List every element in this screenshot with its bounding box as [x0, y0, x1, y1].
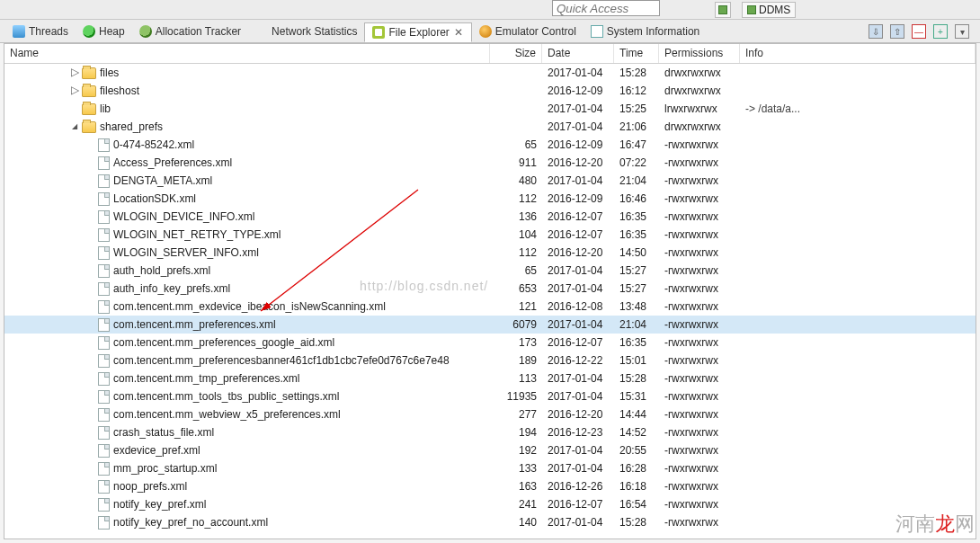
item-date: 2016-12-09	[542, 192, 614, 205]
file-row[interactable]: LocationSDK.xml1122016-12-0916:46-rwxrwx…	[4, 190, 976, 208]
file-row[interactable]: exdevice_pref.xml1922017-01-0420:55-rwxr…	[4, 441, 976, 459]
col-time[interactable]: Time	[614, 44, 659, 63]
file-row[interactable]: com.tencent.mm_tools_tbs_public_settings…	[4, 387, 976, 405]
tab-alloc[interactable]: Allocation Tracker	[132, 22, 248, 40]
item-date: 2016-12-07	[542, 228, 614, 241]
item-time: 16:47	[614, 138, 659, 151]
view-toolbar: ⇩ ⇧ — + ▾	[869, 22, 969, 41]
item-name: noop_prefs.xml	[113, 480, 187, 493]
item-time: 16:28	[614, 462, 659, 475]
item-name: com.tencent.mm_exdevice_ibeacon_isNewSca…	[113, 300, 386, 313]
net-icon	[255, 25, 268, 38]
item-time: 15:28	[614, 372, 659, 385]
item-date: 2016-12-09	[542, 85, 614, 97]
item-date: 2017-01-04	[542, 174, 614, 187]
tab-net[interactable]: Network Statistics	[248, 22, 364, 40]
file-row[interactable]: auth_hold_prefs.xml652017-01-0415:27-rwx…	[4, 262, 976, 280]
file-row[interactable]: auth_info_key_prefs.xml6532017-01-0415:2…	[4, 280, 976, 298]
tab-heap[interactable]: Heap	[76, 22, 132, 40]
threads-icon	[13, 25, 25, 38]
file-row[interactable]: WLOGIN_SERVER_INFO.xml1122016-12-2014:50…	[4, 244, 976, 262]
item-size: 112	[490, 192, 542, 205]
folder-row[interactable]: fileshost2016-12-0916:12drwxrwxrwx	[4, 82, 976, 100]
view-menu-button[interactable]: ▾	[955, 24, 969, 39]
col-info[interactable]: Info	[740, 44, 976, 63]
expander-icon[interactable]	[69, 120, 80, 131]
item-size: 136	[490, 210, 542, 223]
col-date[interactable]: Date	[542, 44, 614, 63]
file-row[interactable]: WLOGIN_DEVICE_INFO.xml1362016-12-0716:35…	[4, 208, 976, 226]
file-row[interactable]: notify_key_pref.xml2412016-12-0716:54-rw…	[4, 495, 976, 513]
item-name: com.tencent.mm_webview_x5_preferences.xm…	[113, 408, 341, 421]
tab-file[interactable]: File Explorer✕	[364, 22, 471, 42]
item-size: 121	[490, 300, 542, 313]
file-icon	[98, 390, 110, 404]
expander-icon[interactable]	[69, 67, 80, 77]
item-size: 140	[490, 516, 542, 529]
item-time: 16:18	[614, 480, 659, 493]
file-tree[interactable]: files2017-01-0415:28drwxrwxrwxfileshost2…	[4, 64, 976, 539]
file-row[interactable]: com.tencent.mm_preferences.xml60792017-0…	[4, 316, 976, 334]
file-icon	[98, 480, 110, 494]
tab-label: Threads	[29, 25, 68, 38]
file-row[interactable]: WLOGIN_NET_RETRY_TYPE.xml1042016-12-0716…	[4, 226, 976, 244]
file-row[interactable]: 0-474-85242.xml652016-12-0916:47-rwxrwxr…	[4, 136, 976, 154]
item-name: auth_hold_prefs.xml	[113, 264, 210, 277]
file-icon	[98, 264, 110, 278]
item-date: 2017-01-04	[542, 318, 614, 331]
item-date: 2016-12-23	[542, 426, 614, 439]
file-row[interactable]: com.tencent.mm_exdevice_ibeacon_isNewSca…	[4, 298, 976, 316]
delete-button[interactable]: —	[912, 24, 926, 39]
item-size: 189	[490, 354, 542, 367]
file-icon	[98, 426, 110, 440]
folder-icon	[82, 67, 96, 79]
item-permissions: -rwxrwxrwx	[659, 480, 740, 493]
tab-label: Allocation Tracker	[156, 25, 241, 38]
file-explorer-panel: Name Size Date Time Permissions Info fil…	[4, 43, 976, 539]
col-permissions[interactable]: Permissions	[659, 44, 740, 63]
file-row[interactable]: crash_status_file.xml1942016-12-2314:52-…	[4, 423, 976, 441]
item-permissions: drwxrwxrwx	[659, 120, 740, 133]
file-row[interactable]: noop_prefs.xml1632016-12-2616:18-rwxrwxr…	[4, 477, 976, 495]
item-size: 104	[490, 228, 542, 241]
item-name: auth_info_key_prefs.xml	[113, 282, 230, 295]
item-name: com.tencent.mm_tools_tbs_public_settings…	[113, 390, 339, 403]
file-row[interactable]: com.tencent.mm_tmp_preferences.xml113201…	[4, 369, 976, 387]
item-time: 15:31	[614, 390, 659, 403]
folder-row[interactable]: lib2017-01-0415:25lrwxrwxrwx-> /data/a..…	[4, 100, 976, 118]
new-folder-button[interactable]: +	[933, 24, 948, 39]
open-perspective-button[interactable]	[715, 2, 731, 18]
item-date: 2016-12-20	[542, 408, 614, 421]
pull-file-button[interactable]: ⇩	[869, 24, 883, 39]
file-row[interactable]: com.tencent.mm_preferencesbanner461cf1db…	[4, 352, 976, 369]
item-size: 653	[490, 282, 542, 295]
folder-row[interactable]: files2017-01-0415:28drwxrwxrwx	[4, 64, 976, 82]
col-size[interactable]: Size	[490, 44, 542, 63]
perspective-ddms[interactable]: DDMS	[742, 2, 796, 18]
file-row[interactable]: Access_Preferences.xml9112016-12-2007:22…	[4, 154, 976, 172]
expander-icon[interactable]	[69, 85, 80, 95]
tab-emu[interactable]: Emulator Control	[472, 22, 584, 40]
item-info: -> /data/a...	[740, 102, 976, 115]
quick-access-input[interactable]	[552, 0, 660, 16]
item-time: 15:25	[614, 102, 659, 115]
file-icon	[98, 462, 110, 476]
file-row[interactable]: mm_proc_startup.xml1332017-01-0416:28-rw…	[4, 459, 976, 477]
file-row[interactable]: notify_key_pref_no_account.xml1402017-01…	[4, 513, 976, 531]
item-permissions: -rwxrwxrwx	[659, 372, 740, 385]
push-file-button[interactable]: ⇧	[890, 24, 904, 39]
tab-sys[interactable]: System Information	[584, 22, 707, 40]
item-permissions: -rwxrwxrwx	[659, 282, 740, 295]
item-date: 2016-12-09	[542, 138, 614, 151]
item-date: 2017-01-04	[542, 282, 614, 295]
close-icon[interactable]: ✕	[453, 26, 464, 39]
tab-threads[interactable]: Threads	[5, 22, 76, 40]
file-row[interactable]: com.tencent.mm_preferences_google_aid.xm…	[4, 334, 976, 352]
col-name[interactable]: Name	[4, 44, 490, 63]
file-icon	[98, 498, 110, 512]
expander-icon[interactable]	[69, 102, 80, 113]
file-row[interactable]: com.tencent.mm_webview_x5_preferences.xm…	[4, 405, 976, 423]
item-date: 2017-01-04	[542, 516, 614, 529]
folder-row[interactable]: shared_prefs2017-01-0421:06drwxrwxrwx	[4, 118, 976, 136]
file-row[interactable]: DENGTA_META.xml4802017-01-0421:04-rwxrwx…	[4, 172, 976, 190]
